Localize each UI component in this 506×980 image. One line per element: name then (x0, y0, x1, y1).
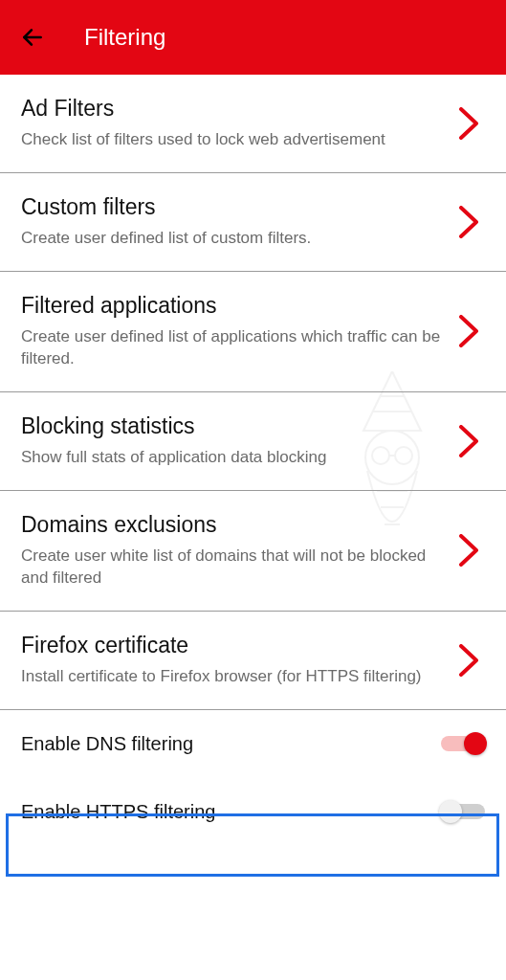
toggle-thumb (439, 800, 462, 823)
chevron-right-icon (452, 102, 485, 145)
item-subtitle: Create user defined list of custom filte… (21, 228, 441, 250)
settings-list: Ad Filters Check list of filters used to… (0, 75, 506, 846)
item-text: Blocking statistics Show full stats of a… (21, 413, 452, 469)
row-enable-https-filtering: Enable HTTPS filtering (0, 778, 506, 846)
item-subtitle: Check list of filters used to lock web a… (21, 129, 441, 151)
item-subtitle: Show full stats of application data bloc… (21, 447, 441, 469)
item-text: Custom filters Create user defined list … (21, 194, 452, 250)
toggle-dns-filtering[interactable] (441, 733, 485, 754)
item-title: Firefox certificate (21, 633, 441, 658)
item-subtitle: Create user white list of domains that w… (21, 546, 441, 590)
item-title: Custom filters (21, 194, 441, 220)
item-text: Firefox certificate Install certificate … (21, 633, 452, 688)
item-title: Domains exclusions (21, 512, 441, 538)
item-text: Ad Filters Check list of filters used to… (21, 96, 452, 151)
item-ad-filters[interactable]: Ad Filters Check list of filters used to… (0, 75, 506, 173)
chevron-right-icon (452, 201, 485, 243)
row-enable-dns-filtering: Enable DNS filtering (0, 710, 506, 778)
item-text: Domains exclusions Create user white lis… (21, 512, 452, 590)
item-custom-filters[interactable]: Custom filters Create user defined list … (0, 173, 506, 272)
item-blocking-statistics[interactable]: Blocking statistics Show full stats of a… (0, 392, 506, 491)
item-subtitle: Install certificate to Firefox browser (… (21, 666, 441, 688)
toggle-thumb (464, 732, 487, 755)
item-title: Filtered applications (21, 293, 441, 319)
item-subtitle: Create user defined list of applications… (21, 326, 441, 370)
item-title: Ad Filters (21, 96, 441, 122)
chevron-right-icon (452, 529, 485, 571)
item-title: Blocking statistics (21, 413, 441, 439)
toggle-https-filtering[interactable] (441, 801, 485, 822)
toggle-label: Enable HTTPS filtering (21, 801, 441, 823)
item-text: Filtered applications Create user define… (21, 293, 452, 370)
back-arrow-icon[interactable] (17, 22, 48, 53)
chevron-right-icon (452, 639, 485, 681)
item-filtered-applications[interactable]: Filtered applications Create user define… (0, 272, 506, 392)
chevron-right-icon (452, 310, 485, 352)
item-domains-exclusions[interactable]: Domains exclusions Create user white lis… (0, 491, 506, 612)
page-title: Filtering (84, 24, 165, 51)
toggle-label: Enable DNS filtering (21, 733, 441, 755)
item-firefox-certificate[interactable]: Firefox certificate Install certificate … (0, 612, 506, 710)
chevron-right-icon (452, 420, 485, 462)
header-bar: Filtering (0, 0, 506, 75)
